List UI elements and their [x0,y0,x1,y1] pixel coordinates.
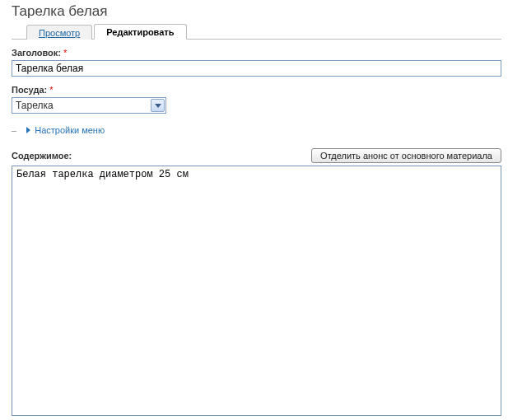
title-input[interactable] [12,60,501,77]
required-mark: * [63,48,67,58]
menu-settings-label: Настройки меню [35,125,105,135]
tab-view[interactable]: Просмотр [26,25,92,40]
page-title: Тарелка белая [12,3,501,20]
split-teaser-button[interactable]: Отделить анонс от основного материала [311,148,501,163]
triangle-right-icon [26,127,30,133]
category-selected-text: Тарелка [12,98,57,113]
title-label: Заголовок: [12,48,61,58]
title-group: Заголовок: * [12,48,501,77]
tab-edit[interactable]: Редактировать [94,24,186,40]
menu-settings-toggle[interactable]: Настройки меню [26,125,105,135]
tabs: Просмотр Редактировать [12,23,501,40]
menu-settings-fieldset: – Настройки меню [12,122,501,148]
content-header: Содержимое: Отделить анонс от основного … [12,148,501,163]
content-textarea[interactable] [12,166,501,416]
chevron-down-icon [151,99,165,112]
category-label: Посуда: [12,85,47,95]
category-select[interactable]: Тарелка [12,97,166,114]
content-label: Содержимое: [12,151,72,161]
svg-marker-0 [155,104,161,108]
category-group: Посуда: * Тарелка [12,85,501,114]
required-mark: * [49,85,53,95]
